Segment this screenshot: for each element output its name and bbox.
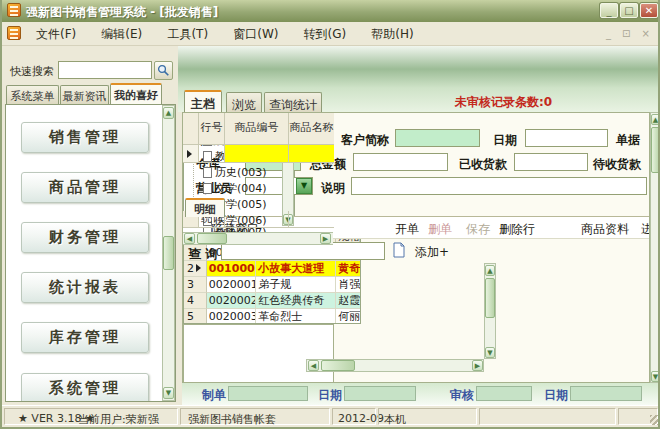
tab-query-stats[interactable]: 查询统计	[264, 92, 322, 112]
query-doc-icon[interactable]	[391, 242, 407, 258]
sidebar-tab-latest-news[interactable]: 最新资讯	[60, 85, 109, 104]
more-button[interactable]: 进	[641, 221, 650, 238]
menu-help[interactable]: 帮助(H)	[361, 22, 423, 46]
unaudited-count-text: 未审核记录条数:0	[455, 94, 552, 111]
customer-label: 客户简称	[341, 132, 389, 149]
minimize-button[interactable]: _	[600, 3, 618, 18]
account-set-text: 强新图书销售帐套	[188, 412, 276, 427]
sidebar-tab-system-menu[interactable]: 系统菜单	[6, 85, 59, 104]
tree-node-history[interactable]: 历史(003)	[203, 165, 267, 180]
resize-grip[interactable]	[650, 415, 660, 425]
delete-order-button[interactable]: 删单	[428, 221, 452, 238]
scroll-right-icon[interactable]: ▶	[472, 360, 483, 371]
scroll-left-icon[interactable]: ◀	[308, 360, 319, 371]
current-user-text: 当前用户:荣新强	[78, 412, 159, 427]
scroll-up-icon[interactable]: ▲	[485, 265, 495, 276]
nav-button-sales[interactable]: 销售管理	[21, 122, 149, 153]
search-icon	[157, 64, 170, 77]
maker-date-input[interactable]	[344, 386, 416, 401]
query-label: 查 询	[189, 246, 217, 263]
application-window: 强新图书销售管理系统 - [批发销售] _ □ ✕ 文件(F) 编辑(E) 工具…	[0, 0, 660, 429]
status-bar: ★ VER 3.18 ★ 当前用户:荣新强 强新图书销售帐套 2012-09 本…	[2, 405, 660, 427]
pending-label: 待收货款	[593, 156, 641, 173]
doc-extra-label: 单据	[616, 132, 640, 149]
tree-node-literature[interactable]: 文学(004)	[203, 181, 267, 196]
product-table-hscrollbar[interactable]: ◀ ▶	[306, 359, 484, 372]
table-row-selected[interactable]: 2 0010002 小故事大道理 黄奇帆	[184, 261, 360, 277]
table-row[interactable]: 3 0020001 弟子规 肖强	[184, 277, 360, 293]
audit-date-input[interactable]	[570, 386, 642, 401]
row-selector-icon	[196, 264, 201, 272]
nav-button-system[interactable]: 系统管理	[21, 373, 149, 402]
menu-window[interactable]: 窗口(W)	[223, 22, 288, 46]
date-label: 日期	[493, 132, 517, 149]
content-vscrollbar[interactable]: ▲ ▼	[650, 112, 660, 383]
scroll-up-icon[interactable]: ▲	[651, 114, 660, 125]
save-order-button[interactable]: 保存	[466, 221, 490, 238]
quick-search-label: 快速搜索	[10, 64, 54, 79]
nav-button-products[interactable]: 商品管理	[21, 172, 149, 203]
scroll-thumb[interactable]	[651, 127, 660, 173]
table-row-highlighted[interactable]: 4 0020002 红色经典传奇 赵霞	[184, 293, 360, 309]
remark-input[interactable]	[351, 177, 647, 195]
title-bar: 强新图书销售管理系统 - [批发销售] _ □ ✕	[2, 0, 660, 22]
tab-master[interactable]: 主档	[184, 90, 222, 112]
scroll-up-icon[interactable]: ▲	[163, 107, 174, 119]
menu-file[interactable]: 文件(F)	[26, 22, 86, 46]
maker-date-label: 日期	[318, 387, 342, 404]
window-title: 强新图书销售管理系统 - [批发销售]	[26, 4, 218, 21]
host-text: 本机	[384, 412, 406, 427]
doc-icon	[203, 167, 212, 178]
close-button[interactable]: ✕	[640, 3, 658, 18]
date-input[interactable]	[525, 129, 608, 147]
document-icon	[7, 26, 21, 40]
menu-tools[interactable]: 工具(T)	[157, 22, 218, 46]
nav-button-finance[interactable]: 财务管理	[21, 222, 149, 253]
create-order-button[interactable]: 开单	[395, 221, 419, 238]
table-row[interactable]: 5 0020003 革命烈士 何丽	[184, 309, 360, 324]
main-tab-strip: 主档 浏览 查询统计 未审核记录条数:0	[178, 88, 660, 112]
app-icon	[7, 3, 21, 17]
menu-edit[interactable]: 编辑(E)	[91, 22, 152, 46]
received-label: 已收货款	[459, 156, 507, 173]
search-button[interactable]	[154, 61, 173, 80]
footer-band: 制单 日期 审核 日期	[182, 383, 660, 405]
scroll-thumb[interactable]	[485, 278, 495, 318]
product-table-vscrollbar[interactable]: ▲ ▼	[484, 263, 496, 359]
add-button[interactable]: 添加+	[415, 244, 449, 261]
customer-input[interactable]	[395, 129, 480, 147]
order-grid: 行号 商品编号 商品名称 统计 ◀ ▶	[183, 324, 334, 383]
delete-row-button[interactable]: 删除行	[499, 221, 535, 238]
tab-detail[interactable]: 明细	[185, 198, 225, 217]
scroll-down-icon[interactable]: ▼	[485, 347, 495, 358]
maker-label: 制单	[202, 387, 226, 404]
total-input[interactable]	[353, 153, 448, 171]
quick-search-input[interactable]	[58, 61, 152, 79]
menu-bar: 文件(F) 编辑(E) 工具(T) 窗口(W) 转到(G) 帮助(H) _ ⊡ …	[2, 22, 660, 46]
nav-button-inventory[interactable]: 库存管理	[21, 322, 149, 353]
received-input[interactable]	[514, 153, 588, 171]
mdi-child-controls[interactable]: _ ⊡ ×	[606, 28, 654, 39]
combo-dropdown-icon[interactable]: ▼	[296, 178, 312, 194]
sidebar-scrollbar[interactable]: ▲ ▼	[162, 105, 175, 401]
doc-icon	[203, 183, 212, 194]
scroll-thumb[interactable]	[321, 360, 355, 371]
maker-input[interactable]	[228, 386, 308, 401]
menu-goto[interactable]: 转到(G)	[294, 22, 357, 46]
tab-browse[interactable]: 浏览	[226, 92, 262, 112]
auditor-label: 审核	[450, 387, 474, 404]
toolbar	[178, 46, 660, 88]
status-section	[479, 408, 616, 425]
order-form-panel: 单据编号 客户简称 日期 单据 仓库 总金额 已收货款 待收货款 营业员 ▼ 说…	[182, 112, 650, 383]
scroll-down-icon[interactable]: ▼	[163, 387, 174, 399]
product-info-button[interactable]: 商品资料	[581, 221, 629, 238]
sidebar-tab-my-favorites[interactable]: 我的喜好	[110, 83, 162, 104]
remark-label: 说明	[321, 180, 345, 197]
scroll-thumb[interactable]	[163, 236, 174, 270]
scroll-down-icon[interactable]: ▼	[651, 371, 660, 382]
nav-button-reports[interactable]: 统计报表	[21, 272, 149, 303]
audit-date-label: 日期	[544, 387, 568, 404]
auditor-input[interactable]	[476, 386, 532, 401]
maximize-button[interactable]: □	[620, 3, 638, 18]
sidebar-nav-panel: 销售管理 商品管理 财务管理 统计报表 库存管理 系统管理 ▲ ▼	[5, 104, 176, 402]
